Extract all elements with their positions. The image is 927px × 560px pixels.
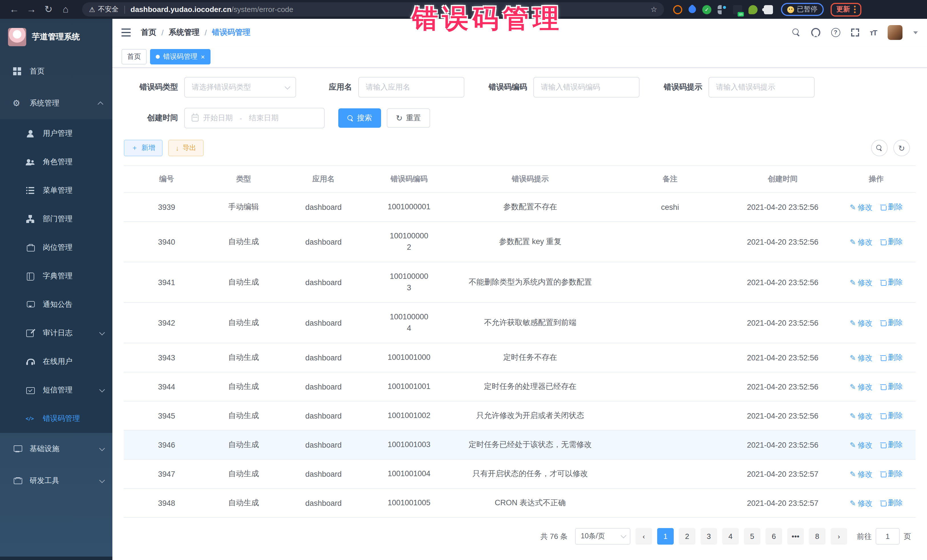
page-button-6[interactable]: 6 <box>766 528 782 545</box>
cell-hint: 定时任务的处理器已经存在 <box>449 372 611 401</box>
app-logo-row[interactable]: 芋道管理系统 <box>0 19 112 55</box>
edit-link[interactable]: ✎修改 <box>850 469 872 479</box>
extension-icon-green-check[interactable] <box>702 5 711 14</box>
edit-link[interactable]: ✎修改 <box>850 498 872 508</box>
browser-menu-icon[interactable] <box>854 5 856 14</box>
more-pages-icon[interactable]: ••• <box>787 528 804 545</box>
error-code-input[interactable]: 请输入错误码编码 <box>533 77 640 97</box>
paused-extension-badge[interactable]: 已暂停 <box>781 3 824 16</box>
edit-link[interactable]: ✎修改 <box>850 440 872 450</box>
sidebar-item-通知公告[interactable]: 通知公告 <box>0 290 112 319</box>
extension-icon-on-badge[interactable] <box>733 5 742 14</box>
add-button[interactable]: ＋ 新增 <box>124 140 163 156</box>
edit-link[interactable]: ✎修改 <box>850 278 872 288</box>
sidebar-item-审计日志[interactable]: 审计日志 <box>0 319 112 347</box>
delete-link[interactable]: 删除 <box>880 237 903 247</box>
table-row[interactable]: 3941自动生成dashboard100100000 3不能删除类型为系统内置的… <box>124 262 916 302</box>
error-hint-input[interactable]: 请输入错误码提示 <box>708 77 815 97</box>
reset-button[interactable]: ↻ 重置 <box>387 108 430 128</box>
user-avatar[interactable] <box>887 25 903 40</box>
sidebar-item-短信管理[interactable]: 短信管理 <box>0 376 112 404</box>
page-button-4[interactable]: 4 <box>722 528 739 545</box>
header-search-icon[interactable] <box>792 29 800 36</box>
export-button[interactable]: ↓ 导出 <box>168 140 204 156</box>
sidebar-item-菜单管理[interactable]: 菜单管理 <box>0 176 112 205</box>
insecure-label[interactable]: 不安全 <box>98 5 119 14</box>
browser-home-icon[interactable]: ⌂ <box>57 4 74 15</box>
delete-link[interactable]: 删除 <box>880 439 903 450</box>
sidebar-item-研发工具[interactable]: 研发工具 <box>0 465 112 497</box>
bookmark-star-icon[interactable]: ☆ <box>650 5 657 14</box>
sidebar-item-岗位管理[interactable]: 岗位管理 <box>0 233 112 262</box>
page-button-8[interactable]: 8 <box>809 528 825 545</box>
github-icon[interactable] <box>811 28 820 37</box>
delete-link[interactable]: 删除 <box>880 317 903 328</box>
breadcrumb-home[interactable]: 首页 <box>141 27 156 38</box>
tab-error-code[interactable]: 错误码管理 × <box>150 49 211 64</box>
edit-link[interactable]: ✎修改 <box>850 411 872 421</box>
edit-link[interactable]: ✎修改 <box>850 353 872 363</box>
edit-link[interactable]: ✎修改 <box>850 382 872 392</box>
extension-icon-leaf[interactable] <box>748 5 758 14</box>
sidebar-item-基础设施[interactable]: 基础设施 <box>0 433 112 465</box>
sidebar-item-系统管理[interactable]: 系统管理 <box>0 87 112 119</box>
delete-link[interactable]: 删除 <box>880 469 903 479</box>
page-button-3[interactable]: 3 <box>701 528 717 545</box>
page-button-1[interactable]: 1 <box>657 528 674 545</box>
goto-page-input[interactable] <box>876 528 900 545</box>
edit-link[interactable]: ✎修改 <box>850 237 872 247</box>
delete-link[interactable]: 删除 <box>880 381 903 392</box>
extension-icon-squares[interactable] <box>718 5 727 14</box>
table-row[interactable]: 3939手动编辑dashboard1001000001参数配置不存在ceshi2… <box>124 193 916 222</box>
address-bar[interactable]: ⚠ 不安全 dashboard.yudao.iocoder.cn/system/… <box>82 2 664 17</box>
browser-reload-icon[interactable]: ↻ <box>40 3 57 15</box>
table-row[interactable]: 3943自动生成dashboard1001001000定时任务不存在2021-0… <box>124 343 916 372</box>
search-button[interactable]: 搜索 <box>338 108 381 128</box>
date-range-picker[interactable]: 开始日期 - 结束日期 <box>184 108 325 128</box>
delete-link[interactable]: 删除 <box>880 277 903 287</box>
browser-back-icon[interactable]: ← <box>6 4 23 15</box>
error-type-select[interactable]: 请选择错误码类型 <box>184 77 296 97</box>
tab-home[interactable]: 首页 <box>122 49 147 64</box>
fullscreen-icon[interactable] <box>851 29 859 36</box>
refresh-table-button[interactable]: ↻ <box>894 140 910 156</box>
breadcrumb-system[interactable]: 系统管理 <box>169 27 200 38</box>
table-row[interactable]: 3948自动生成dashboard1001001005CRON 表达式不正确20… <box>124 489 916 518</box>
help-icon[interactable]: ? <box>831 28 840 37</box>
sidebar-item-首页[interactable]: 首页 <box>0 55 112 87</box>
delete-link[interactable]: 删除 <box>880 498 903 508</box>
sidebar-item-字典管理[interactable]: 字典管理 <box>0 262 112 290</box>
delete-link[interactable]: 删除 <box>880 410 903 420</box>
table-row[interactable]: 3940自动生成dashboard100100000 2参数配置 key 重复2… <box>124 222 916 262</box>
delete-link[interactable]: 删除 <box>880 202 903 212</box>
extension-icon-drop[interactable] <box>687 4 698 15</box>
extensions-puzzle-icon[interactable] <box>764 5 773 14</box>
user-menu-caret-icon[interactable] <box>913 31 918 36</box>
show-search-toggle-button[interactable] <box>871 140 887 156</box>
font-size-icon[interactable]: ᴛT <box>870 28 877 37</box>
table-row[interactable]: 3945自动生成dashboard1001001002只允许修改为开启或者关闭状… <box>124 401 916 430</box>
page-size-select[interactable]: 10条/页 <box>575 528 631 545</box>
table-row[interactable]: 3946自动生成dashboard1001001003定时任务已经处于该状态，无… <box>124 430 916 459</box>
edit-link[interactable]: ✎修改 <box>850 318 872 328</box>
table-row[interactable]: 3947自动生成dashboard1001001004只有开启状态的任务，才可以… <box>124 459 916 489</box>
browser-forward-icon[interactable]: → <box>23 4 40 15</box>
page-button-5[interactable]: 5 <box>744 528 760 545</box>
prev-page-button[interactable]: ‹ <box>635 528 652 545</box>
app-name-input[interactable]: 请输入应用名 <box>358 77 464 97</box>
sidebar-item-角色管理[interactable]: 角色管理 <box>0 148 112 176</box>
extension-icon-ring[interactable] <box>673 5 682 14</box>
table-row[interactable]: 3944自动生成dashboard1001001001定时任务的处理器已经存在2… <box>124 372 916 401</box>
next-page-button[interactable]: › <box>831 528 847 545</box>
page-button-2[interactable]: 2 <box>679 528 695 545</box>
sidebar-item-错误码管理[interactable]: 错误码管理 <box>0 404 112 433</box>
sidebar-fold-icon[interactable] <box>122 29 131 36</box>
table-row[interactable]: 3942自动生成dashboard100100000 4不允许获取敏感配置到前端… <box>124 302 916 343</box>
tab-close-icon[interactable]: × <box>201 53 205 60</box>
browser-update-button[interactable]: 更新 <box>831 3 862 16</box>
edit-link[interactable]: ✎修改 <box>850 202 872 212</box>
sidebar-item-在线用户[interactable]: 在线用户 <box>0 347 112 376</box>
delete-link[interactable]: 删除 <box>880 352 903 363</box>
sidebar-item-用户管理[interactable]: 用户管理 <box>0 119 112 148</box>
sidebar-item-部门管理[interactable]: 部门管理 <box>0 205 112 233</box>
